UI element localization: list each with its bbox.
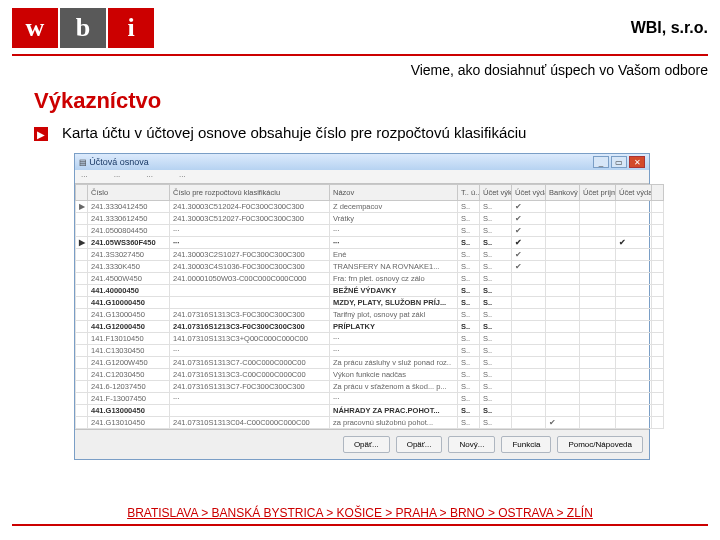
window-title: Účtová osnova xyxy=(89,157,149,167)
column-header[interactable]: Účet výdavkov xyxy=(512,185,546,201)
toolbar-item[interactable]: ··· xyxy=(81,172,88,181)
column-header[interactable]: Účet výdavkov 2 xyxy=(616,185,652,201)
header-bar: w b i WBI, s.r.o. xyxy=(0,0,720,54)
bullet-text: Karta účtu v účtovej osnove obsahuje čís… xyxy=(62,124,526,141)
table-row[interactable]: ▶241.3330412450241.30003C512024-F0C300C3… xyxy=(76,201,664,213)
app-icon: ▤ xyxy=(79,158,87,167)
table-row[interactable]: 441.G13000450NÁHRADY ZA PRAC.POHOT...S..… xyxy=(76,405,664,417)
toolbar: ··· ··· ··· ··· xyxy=(75,170,649,184)
window-titlebar[interactable]: ▤ Účtová osnova _ ▭ ✕ xyxy=(75,154,649,170)
table-row[interactable]: 241.G13000450241.07316S1313C3-F0C300C300… xyxy=(76,309,664,321)
table-row[interactable]: 241.C12030450241.07316S1313C3-C00C000C00… xyxy=(76,369,664,381)
table-row[interactable]: 241.3330K450241.30003C4S1036-F0C300C300C… xyxy=(76,261,664,273)
button-bar: Opäť... Opäť... Nový... Funkcia Pomoc/Ná… xyxy=(75,429,649,459)
table-row[interactable]: 441.40000450BEŽNÉ VÝDAVKYS..S.. xyxy=(76,285,664,297)
new-button[interactable]: Nový... xyxy=(448,436,495,453)
table-row[interactable]: 241.F-13007450······S..S.. xyxy=(76,393,664,405)
column-header[interactable]: Číslo xyxy=(88,185,170,201)
footer-divider xyxy=(12,524,708,526)
action-button[interactable]: Opäť... xyxy=(343,436,390,453)
table-row[interactable]: 241.3S3027450241.30003C2S1027-F0C300C300… xyxy=(76,249,664,261)
table-row[interactable]: 141.F13010450141.07310S1313C3+Q00C000C00… xyxy=(76,333,664,345)
table-row[interactable]: 241.3330612450241.30003C512027-F0C300C30… xyxy=(76,213,664,225)
column-header[interactable]: Bankový účet xyxy=(546,185,580,201)
table-row[interactable]: 241.0500804450······S..S..✔ xyxy=(76,225,664,237)
footer: BRATISLAVA > BANSKÁ BYSTRICA > KOŠICE > … xyxy=(0,506,720,526)
section-title: Výkazníctvo xyxy=(0,82,720,124)
table-row[interactable]: 241.G1200W450241.07316S1313C7-C00C000C00… xyxy=(76,357,664,369)
footer-cities: BRATISLAVA > BANSKÁ BYSTRICA > KOŠICE > … xyxy=(127,506,593,520)
table-row[interactable]: 241.4500W450241.00001050W03-C00C000C000C… xyxy=(76,273,664,285)
toolbar-item[interactable]: ··· xyxy=(146,172,153,181)
company-name: WBI, s.r.o. xyxy=(631,19,708,37)
action-button[interactable]: Opäť... xyxy=(396,436,443,453)
column-header[interactable] xyxy=(76,185,88,201)
column-header[interactable]: Názov xyxy=(330,185,458,201)
bullet-icon: ▶ xyxy=(34,127,48,141)
column-header[interactable]: Číslo pre rozpočtovú klasifikáciu xyxy=(170,185,330,201)
column-header[interactable]: T.. ú.. xyxy=(458,185,480,201)
toolbar-item[interactable]: ··· xyxy=(114,172,121,181)
logo-letter-i: i xyxy=(108,8,154,48)
column-header[interactable]: Účet výkazov xyxy=(480,185,512,201)
maximize-button[interactable]: ▭ xyxy=(611,156,627,168)
tagline: Vieme, ako dosiahnuť úspech vo Vašom odb… xyxy=(0,56,720,82)
help-button[interactable]: Pomoc/Nápoveda xyxy=(557,436,643,453)
app-window: ▤ Účtová osnova _ ▭ ✕ ··· ··· ··· ··· Čí… xyxy=(74,153,650,460)
data-grid[interactable]: ČísloČíslo pre rozpočtovú klasifikáciuNá… xyxy=(75,184,649,429)
table-row[interactable]: 241.G13010450241.07310S1313C04-C00C000C0… xyxy=(76,417,664,429)
table-row[interactable]: 441.G12000450241.07316S1213C3-F0C300C300… xyxy=(76,321,664,333)
bullet-item: ▶ Karta účtu v účtovej osnove obsahuje č… xyxy=(34,124,720,141)
minimize-button[interactable]: _ xyxy=(593,156,609,168)
table-row[interactable]: 441.G10000450MZDY, PLATY, SLUŽOBN PRÍJ..… xyxy=(76,297,664,309)
logo-letter-w: w xyxy=(12,8,58,48)
logo-letter-b: b xyxy=(60,8,106,48)
close-button[interactable]: ✕ xyxy=(629,156,645,168)
logo: w b i xyxy=(12,8,154,48)
table-row[interactable]: 141.C13030450······S..S.. xyxy=(76,345,664,357)
column-header[interactable] xyxy=(652,185,664,201)
table-row[interactable]: ▶241.05WS360F450······S..S..✔✔ xyxy=(76,237,664,249)
column-header[interactable]: Účet príjmov 2 xyxy=(580,185,616,201)
function-button[interactable]: Funkcia xyxy=(501,436,551,453)
toolbar-item[interactable]: ··· xyxy=(179,172,186,181)
table-row[interactable]: 241.6-12037450241.07316S1313C7-F0C300C30… xyxy=(76,381,664,393)
